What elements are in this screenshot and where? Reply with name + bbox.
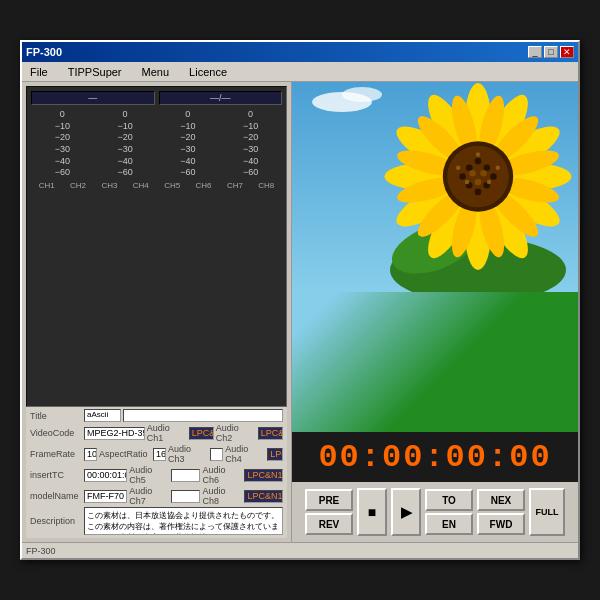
audioch1-label: Audio Ch1: [147, 423, 187, 443]
transport-bar: PRE REV ■ ▶ TO EN NEX FWD FULL: [292, 482, 578, 542]
audioch5-value: [171, 469, 200, 482]
audioch8-label: Audio Ch8: [202, 486, 242, 506]
audioch4-label: Audio Ch4: [225, 444, 265, 464]
close-button[interactable]: ✕: [560, 46, 574, 58]
ch6-label: CH6: [192, 181, 216, 190]
description-label: Description: [30, 516, 82, 526]
ch8-label: CH8: [254, 181, 278, 190]
ch1-label: CH1: [35, 181, 59, 190]
title-value: [123, 409, 283, 422]
title-type-value: aAscii: [84, 409, 121, 422]
stop-button[interactable]: ■: [357, 488, 387, 536]
ch-labels: CH1 CH2 CH3 CH4 CH5 CH6 CH7 CH8: [31, 181, 282, 190]
svg-point-29: [484, 164, 491, 171]
audioch6-label: Audio Ch6: [202, 465, 242, 485]
vu-top-inputs: [31, 91, 282, 105]
nex-fwd-group: NEX FWD: [477, 489, 525, 535]
status-text: FP-300: [26, 546, 56, 556]
menu-tippsuper[interactable]: TIPPSuper: [64, 65, 126, 79]
title-bar-buttons: _ □ ✕: [528, 46, 574, 58]
menu-file[interactable]: File: [26, 65, 52, 79]
full-button[interactable]: FULL: [529, 488, 565, 536]
ch7-label: CH7: [223, 181, 247, 190]
maximize-button[interactable]: □: [544, 46, 558, 58]
svg-point-42: [456, 166, 460, 170]
modelname-label: modelName: [30, 491, 82, 501]
timecode-display: 00:00:00:00: [318, 439, 551, 476]
to-button[interactable]: TO: [425, 489, 473, 511]
inserttc-label: insertTC: [30, 470, 82, 480]
scale-row-60: −60 −60 −60 −60: [31, 167, 282, 179]
vu-input-1[interactable]: [31, 91, 155, 105]
ch4-label: CH4: [129, 181, 153, 190]
pre-rev-group: PRE REV: [305, 489, 353, 535]
fwd-button[interactable]: FWD: [477, 513, 525, 535]
window-title: FP-300: [26, 46, 62, 58]
rev-button[interactable]: REV: [305, 513, 353, 535]
scale-row-3040: −30 −30 −30 −30: [31, 144, 282, 156]
vu-input-2[interactable]: [159, 91, 283, 105]
svg-point-28: [466, 164, 473, 171]
inserttc-row: insertTC 00:00:01:06 Audio Ch5 Audio Ch6…: [30, 465, 283, 485]
ch2-label: CH2: [66, 181, 90, 190]
svg-point-35: [475, 189, 482, 196]
sunflower-image: [368, 82, 578, 292]
right-panel: 00:00:00:00 PRE REV ■ ▶ TO EN NEX FWD FU: [292, 82, 578, 542]
menu-licence[interactable]: Licence: [185, 65, 231, 79]
modelname-value: FMF-F70: [84, 490, 127, 503]
minimize-button[interactable]: _: [528, 46, 542, 58]
aspectratio-label: AspectRatio: [99, 449, 151, 459]
audioch1-value: LPC&N16: [189, 427, 214, 440]
play-button[interactable]: ▶: [391, 488, 421, 536]
audioch7-value: [171, 490, 200, 503]
video-preview: [292, 82, 578, 432]
meter-scale: 0 0 0 0 −10 −10 −10 −10 −20 −20 −20: [31, 109, 282, 179]
menu-menu[interactable]: Menu: [138, 65, 174, 79]
svg-point-37: [480, 170, 487, 177]
framerate-value: 1001: [84, 448, 97, 461]
title-bar: FP-300 _ □ ✕: [22, 42, 578, 62]
scale-row-0: 0 0 0 0: [31, 109, 282, 121]
audioch2-value: LPC&N16: [258, 427, 283, 440]
svg-point-39: [465, 180, 469, 184]
svg-point-40: [487, 180, 491, 184]
main-content: 0 0 0 0 −10 −10 −10 −10 −20 −20 −20: [22, 82, 578, 542]
ch3-label: CH3: [97, 181, 121, 190]
svg-point-30: [475, 158, 482, 165]
menu-bar: File TIPPSuper Menu Licence: [22, 62, 578, 82]
audioch8-value: LPC&N16: [244, 490, 283, 503]
vu-meters: 0 0 0 0 −10 −10 −10 −10 −20 −20 −20: [26, 86, 287, 407]
audioch2-label: Audio Ch2: [216, 423, 256, 443]
svg-point-38: [475, 179, 482, 186]
svg-point-32: [490, 173, 497, 180]
left-panel: 0 0 0 0 −10 −10 −10 −10 −20 −20 −20: [22, 82, 292, 542]
svg-point-36: [469, 170, 476, 177]
timecode-bar: 00:00:00:00: [292, 432, 578, 482]
aspectratio-value: 16V: [153, 448, 166, 461]
title-field-label: Title: [30, 411, 82, 421]
info-panel: Title aAscii VideoCode MPEG2-HD-35_FMK_1…: [26, 407, 287, 538]
videocode-row: VideoCode MPEG2-HD-35_FMK_1350_MFNN Audi…: [30, 423, 283, 443]
framerate-label: FrameRate: [30, 449, 82, 459]
en-button[interactable]: EN: [425, 513, 473, 535]
modelname-row: modelName FMF-F70 Audio Ch7 Audio Ch8 LP…: [30, 486, 283, 506]
framerate-row: FrameRate 1001 AspectRatio 16V Audio Ch3…: [30, 444, 283, 464]
nex-button[interactable]: NEX: [477, 489, 525, 511]
videocode-label: VideoCode: [30, 428, 82, 438]
to-en-group: TO EN: [425, 489, 473, 535]
audioch3-label: Audio Ch3: [168, 444, 208, 464]
audioch6-value: LPC&N16: [244, 469, 283, 482]
audioch3-value: [210, 448, 223, 461]
scale-row-40: −40 −40 −40 −40: [31, 156, 282, 168]
scale-row-20: −20 −20 −20 −20: [31, 132, 282, 144]
main-window: FP-300 _ □ ✕ File TIPPSuper Menu Licence: [20, 40, 580, 560]
audioch4-value: LPC&N16: [267, 448, 283, 461]
audioch5-label: Audio Ch5: [129, 465, 169, 485]
ch5-label: CH5: [160, 181, 184, 190]
title-row: Title aAscii: [30, 409, 283, 422]
description-row: Description この素材は、日本放送協会より提供されたものです。この素材…: [30, 507, 283, 535]
inserttc-value: 00:00:01:06: [84, 469, 127, 482]
svg-point-41: [476, 152, 480, 156]
svg-point-31: [459, 173, 466, 180]
pre-button[interactable]: PRE: [305, 489, 353, 511]
